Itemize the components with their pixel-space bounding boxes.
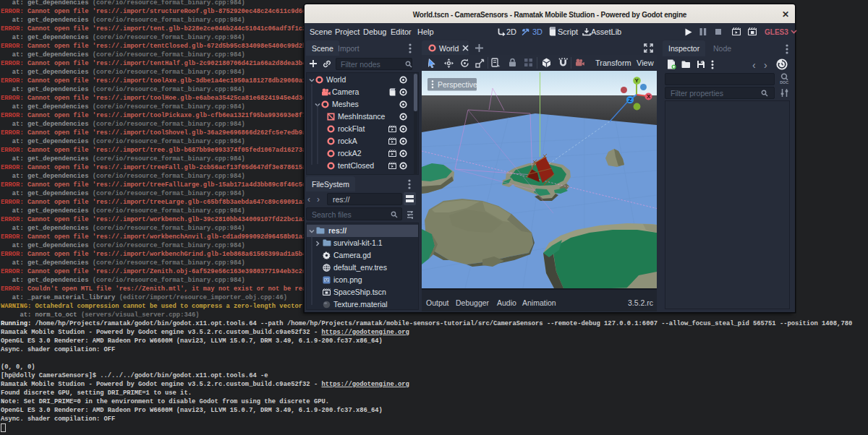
svg-text:DOC: DOC: [780, 80, 788, 85]
svg-text:Z: Z: [628, 97, 631, 103]
svg-text:Perspective: Perspective: [438, 80, 477, 89]
svg-text:X: X: [647, 93, 651, 100]
svg-text:Y: Y: [634, 77, 639, 84]
